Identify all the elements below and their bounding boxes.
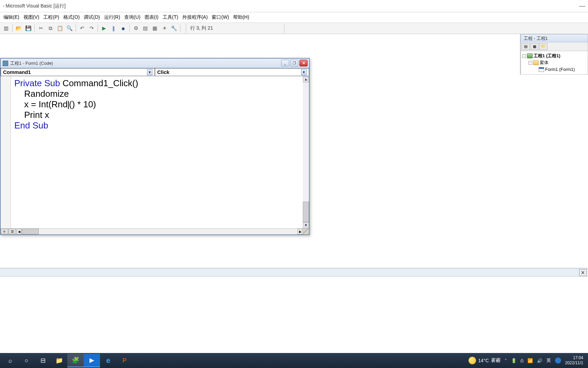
main-toolbar: ▥ 📂 💾 ✂ ⧉ 📋 🔍 ↶ ↷ ▶ ‖ ■ ⚙ ▤ ▦ ☀ 🔧 行 3, 列… xyxy=(0,22,588,34)
code-line: x = Int(Rnd xyxy=(14,99,68,109)
object-browser-icon[interactable]: ☀ xyxy=(160,24,169,33)
edge-icon[interactable]: e xyxy=(100,354,116,367)
scrollbar-thumb[interactable] xyxy=(303,202,309,222)
find-icon[interactable]: 🔍 xyxy=(65,24,74,33)
menu-view[interactable]: 视图(V) xyxy=(21,13,42,22)
collapse-icon[interactable]: - xyxy=(522,54,526,58)
save-icon[interactable]: 💾 xyxy=(24,24,33,33)
menu-tools[interactable]: 工具(T) xyxy=(161,13,180,22)
menu-window[interactable]: 窗口(W) xyxy=(210,13,231,22)
toggle-folders-button[interactable]: 📁 xyxy=(539,43,548,50)
collapse-icon[interactable]: - xyxy=(528,61,532,65)
view-code-button[interactable]: ▤ xyxy=(522,43,530,50)
paste-icon[interactable]: 📋 xyxy=(55,24,64,33)
project-explorer-panel: 工程 - 工程1 ▤ ▦ 📁 - 工程1 (工程1) - 窗体 Form1 (F… xyxy=(520,34,588,75)
properties-icon[interactable]: ▤ xyxy=(141,24,150,33)
menu-diagram[interactable]: 图表(I) xyxy=(143,13,161,22)
scroll-left-icon[interactable]: ◀ xyxy=(16,229,22,234)
project-tree[interactable]: - 工程1 (工程1) - 窗体 Form1 (Form1) xyxy=(521,51,588,75)
full-module-view-button[interactable]: ☰ xyxy=(9,229,16,234)
clock[interactable]: 17:04 2022/11/1 xyxy=(565,355,583,366)
tree-project-node[interactable]: - 工程1 (工程1) xyxy=(522,52,586,59)
menu-run[interactable]: 运行(R) xyxy=(102,13,122,22)
stop-icon[interactable]: ■ xyxy=(119,24,128,33)
scroll-right-icon[interactable]: ▶ xyxy=(297,229,303,234)
code-text[interactable]: Private Sub Command1_Click() Randomize x… xyxy=(14,78,303,131)
app-title: - Microsoft Visual Basic [运行] xyxy=(3,3,66,9)
cut-icon[interactable]: ✂ xyxy=(36,24,45,33)
run-icon[interactable]: ▶ xyxy=(100,24,109,33)
window-minimize-button[interactable]: _ xyxy=(281,60,289,66)
procedure-combobox[interactable]: Click ▼ xyxy=(155,68,309,76)
menu-project[interactable]: 工程(P) xyxy=(41,13,61,22)
text-cursor-icon xyxy=(68,101,69,109)
copy-icon[interactable]: ⧉ xyxy=(46,24,55,33)
horizontal-scrollbar[interactable]: ◀ ▶ xyxy=(16,229,303,234)
immediate-window-titlebar[interactable]: ✕ xyxy=(0,268,588,277)
code-editor[interactable]: Private Sub Command1_Click() Randomize x… xyxy=(1,76,309,228)
procedure-view-button[interactable]: ≡ xyxy=(1,229,8,234)
tree-folder-label: 窗体 xyxy=(540,59,549,66)
code-window-titlebar[interactable]: 工程1 - Form1 (Code) _ ❐ ✕ xyxy=(1,59,309,68)
form-layout-icon[interactable]: ▦ xyxy=(150,24,159,33)
ime-indicator[interactable]: 英 xyxy=(546,357,551,364)
vertical-scrollbar[interactable]: ▲ ▼ xyxy=(303,76,309,228)
code-window-footer: ≡ ☰ ◀ ▶ xyxy=(1,228,309,234)
project-explorer-toolbar: ▤ ▦ 📁 xyxy=(521,42,588,51)
code-keyword: Private Sub xyxy=(14,78,60,88)
menu-help[interactable]: 帮助(H) xyxy=(231,13,251,22)
weather-widget[interactable]: 14°C 雾霾 xyxy=(469,357,500,364)
powerpoint-icon[interactable]: P xyxy=(116,354,133,367)
tray-chevron-up-icon[interactable]: ˄ xyxy=(505,358,507,363)
battery-icon[interactable]: 🔋 xyxy=(511,358,517,363)
weather-temp: 14°C xyxy=(478,358,489,363)
view-object-button[interactable]: ▦ xyxy=(530,43,539,50)
volume-icon[interactable]: 🔊 xyxy=(537,358,542,363)
code-window: 工程1 - Form1 (Code) _ ❐ ✕ Command1 ▼ Clic… xyxy=(0,58,310,235)
open-icon[interactable]: 📂 xyxy=(14,24,23,33)
close-panel-button[interactable]: ✕ xyxy=(579,269,587,276)
usb-icon[interactable]: ⎙ xyxy=(521,358,523,363)
network-icon[interactable]: 📶 xyxy=(527,358,533,363)
redo-icon[interactable]: ↷ xyxy=(87,24,96,33)
project-explorer-title: 工程 - 工程1 xyxy=(521,34,588,42)
pause-icon[interactable]: ‖ xyxy=(109,24,118,33)
cortana-icon[interactable]: ○ xyxy=(18,354,35,367)
menu-edit[interactable]: 编辑(E) xyxy=(1,13,21,22)
weather-icon xyxy=(469,357,476,364)
code-combo-row: Command1 ▼ Click ▼ xyxy=(1,68,309,76)
menu-addins[interactable]: 外接程序(A) xyxy=(180,13,210,22)
menu-debug[interactable]: 调试(D) xyxy=(82,13,102,22)
add-form-icon[interactable]: ▥ xyxy=(2,24,11,33)
toolbox-icon[interactable]: 🔧 xyxy=(169,24,178,33)
search-icon[interactable]: ⌕ xyxy=(2,354,18,367)
window-maximize-button[interactable]: ❐ xyxy=(290,60,298,66)
code-line: Print x xyxy=(14,110,49,120)
taskbar-video-button[interactable]: ▶ xyxy=(84,354,100,367)
minimize-icon[interactable]: — xyxy=(579,2,585,10)
code-window-title: 工程1 - Form1 (Code) xyxy=(10,60,53,66)
resize-grip-icon[interactable] xyxy=(303,229,309,235)
code-line: Randomize xyxy=(14,89,69,99)
object-combobox[interactable]: Command1 ▼ xyxy=(1,68,155,76)
project-explorer-icon[interactable]: ⚙ xyxy=(131,24,140,33)
code-keyword: End Sub xyxy=(14,120,48,131)
taskbar-vb6-button[interactable]: 🧩 xyxy=(67,354,84,367)
scroll-down-icon[interactable]: ▼ xyxy=(303,222,309,228)
mdi-client-area: 工程1 - Form1 (Code) _ ❐ ✕ Command1 ▼ Clic… xyxy=(0,34,588,354)
separator xyxy=(76,24,76,32)
undo-icon[interactable]: ↶ xyxy=(78,24,86,33)
iflytek-icon[interactable] xyxy=(555,357,561,364)
file-explorer-icon[interactable]: 📁 xyxy=(51,354,67,367)
task-view-icon[interactable]: ⊟ xyxy=(35,354,51,367)
menu-format[interactable]: 格式(O) xyxy=(61,13,82,22)
cursor-position-status: 行 3, 列 21 xyxy=(186,24,284,33)
tree-form-node[interactable]: Form1 (Form1) xyxy=(522,66,586,73)
chevron-down-icon[interactable]: ▼ xyxy=(301,69,307,75)
menu-query[interactable]: 查询(U) xyxy=(122,13,142,22)
scrollbar-thumb[interactable] xyxy=(22,229,39,234)
chevron-down-icon[interactable]: ▼ xyxy=(147,69,152,75)
window-close-button[interactable]: ✕ xyxy=(299,60,308,66)
tree-folder-node[interactable]: - 窗体 xyxy=(522,59,586,66)
scroll-up-icon[interactable]: ▲ xyxy=(303,76,309,82)
